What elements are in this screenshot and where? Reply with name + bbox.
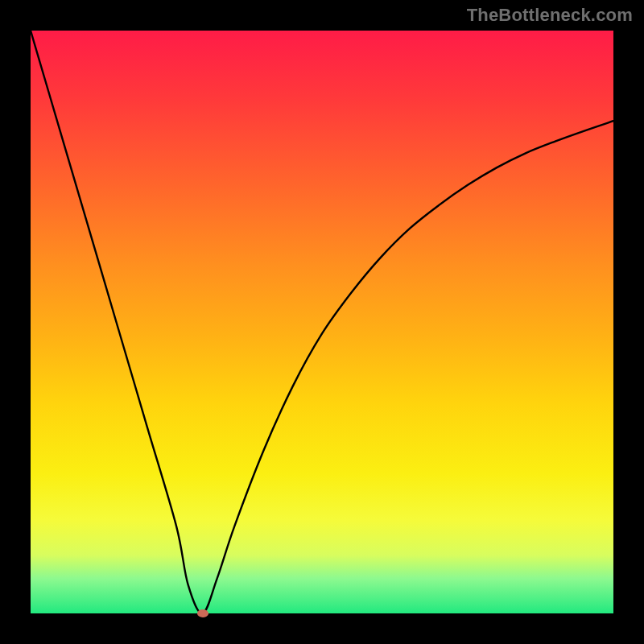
curve-path xyxy=(31,31,613,613)
chart-plot-area xyxy=(31,31,613,613)
bottleneck-curve xyxy=(31,31,613,613)
watermark-text: TheBottleneck.com xyxy=(467,5,633,26)
chart-frame: TheBottleneck.com xyxy=(0,0,644,644)
optimum-marker xyxy=(197,609,208,617)
